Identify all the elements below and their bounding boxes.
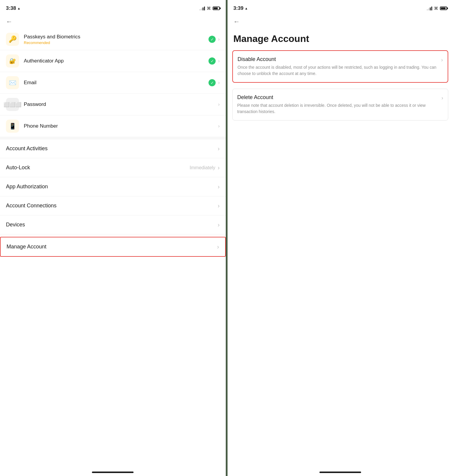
battery-fill-left: [214, 7, 218, 9]
page-title-right: Manage Account: [228, 29, 453, 50]
location-icon-left: ▲: [17, 7, 21, 10]
authenticator-item[interactable]: 🔐 Authenticator App ✓ ›: [0, 50, 226, 72]
location-icon-right: ▲: [245, 7, 248, 10]
passkeys-subtitle: Recommended: [24, 40, 209, 45]
status-icons-right: ⌘: [427, 6, 447, 11]
rsignal-bar-1: [427, 9, 428, 10]
phone-item[interactable]: 📱 Phone Number ›: [0, 115, 226, 137]
menu-section: Account Activities › Auto-Lock Immediate…: [0, 139, 226, 259]
signal-bars-left: [200, 6, 205, 10]
battery-right: [440, 7, 447, 10]
passkeys-right: ✓ ›: [209, 36, 220, 43]
devices-label: Devices: [6, 222, 218, 228]
auto-lock-value: Immediately: [190, 165, 215, 170]
authenticator-icon: 🔐: [6, 54, 19, 68]
password-icon: ⬜⬜⬜: [6, 98, 19, 111]
email-check: ✓: [209, 79, 216, 86]
auto-lock-chevron: ›: [218, 164, 220, 171]
manage-account-chevron: ›: [217, 243, 219, 250]
back-arrow-right: ←: [233, 18, 240, 25]
disable-account-item[interactable]: Disable Account Once the account is disa…: [232, 50, 449, 83]
authenticator-check: ✓: [209, 57, 216, 65]
status-time-left: 3:38 ▲: [6, 5, 21, 11]
signal-bar-4: [204, 7, 205, 10]
account-connections-chevron: ›: [218, 202, 220, 209]
rsignal-bar-3: [430, 7, 431, 10]
status-bar-left: 3:38 ▲ ⌘: [0, 0, 226, 15]
auto-lock-item[interactable]: Auto-Lock Immediately ›: [0, 158, 226, 177]
email-icon: ✉️: [6, 76, 19, 89]
signal-bar-2: [201, 8, 202, 10]
password-chevron: ›: [218, 102, 220, 107]
devices-chevron: ›: [218, 221, 220, 228]
phone-icon: 📱: [6, 120, 19, 133]
delete-account-desc: Please note that account deletion is irr…: [237, 102, 439, 115]
devices-item[interactable]: Devices ›: [0, 215, 226, 234]
email-item[interactable]: ✉️ Email ✓ ›: [0, 72, 226, 94]
password-item[interactable]: ⬜⬜⬜ Password ›: [0, 94, 226, 115]
app-authorization-item[interactable]: App Authorization ›: [0, 177, 226, 196]
email-chevron: ›: [218, 80, 220, 85]
password-content: Password: [24, 101, 218, 107]
phone-right: ›: [218, 123, 220, 129]
account-activities-item[interactable]: Account Activities ›: [0, 139, 226, 158]
authenticator-content: Authenticator App: [24, 58, 209, 64]
status-time-right: 3:39 ▲: [233, 5, 248, 11]
rsignal-bar-2: [428, 8, 429, 10]
passkeys-title: Passkeys and Biometrics: [24, 34, 209, 40]
home-indicator-left: [0, 467, 226, 476]
authenticator-title: Authenticator App: [24, 58, 209, 64]
battery-left: [213, 7, 220, 10]
security-settings-section: 🔑 Passkeys and Biometrics Recommended ✓ …: [0, 29, 226, 137]
manage-account-label: Manage Account: [7, 244, 217, 250]
email-title: Email: [24, 80, 209, 86]
phone-title: Phone Number: [24, 123, 218, 129]
delete-account-title: Delete Account: [237, 94, 439, 101]
account-connections-item[interactable]: Account Connections ›: [0, 196, 226, 215]
rsignal-bar-4: [431, 7, 432, 10]
app-authorization-chevron: ›: [218, 183, 220, 190]
delete-account-content: Delete Account Please note that account …: [237, 94, 439, 115]
account-activities-chevron: ›: [218, 145, 220, 152]
home-bar-right: [319, 472, 361, 473]
home-bar-left: [92, 472, 134, 473]
right-screen: 3:39 ▲ ⌘ ← Manage Account: [228, 0, 453, 476]
delete-account-chevron: ›: [441, 95, 443, 101]
account-activities-label: Account Activities: [6, 145, 218, 152]
delete-account-item[interactable]: Delete Account Please note that account …: [232, 89, 449, 120]
passkeys-chevron: ›: [218, 37, 220, 42]
passkeys-content: Passkeys and Biometrics Recommended: [24, 34, 209, 45]
phone-content: Phone Number: [24, 123, 218, 129]
password-right: ›: [218, 102, 220, 107]
section-divider: [0, 137, 226, 139]
back-button-right[interactable]: ←: [228, 15, 453, 29]
passkeys-icon: 🔑: [6, 33, 19, 46]
back-button-left[interactable]: ←: [0, 15, 226, 29]
passkeys-item[interactable]: 🔑 Passkeys and Biometrics Recommended ✓ …: [0, 29, 226, 50]
status-icons-left: ⌘: [200, 6, 220, 11]
authenticator-chevron: ›: [218, 58, 220, 64]
back-arrow-left: ←: [6, 18, 12, 25]
manage-account-item[interactable]: Manage Account ›: [0, 237, 226, 257]
wifi-icon-left: ⌘: [207, 6, 211, 11]
battery-fill-right: [441, 7, 446, 9]
left-screen: 3:38 ▲ ⌘ ← 🔑 Passkeys an: [0, 0, 228, 476]
manage-section: Disable Account Once the account is disa…: [232, 50, 449, 126]
status-bar-right: 3:39 ▲ ⌘: [228, 0, 453, 15]
account-connections-label: Account Connections: [6, 203, 218, 209]
wifi-icon-right: ⌘: [434, 6, 438, 11]
signal-bar-3: [203, 7, 203, 10]
password-title: Password: [24, 101, 218, 107]
home-indicator-right: [228, 467, 453, 476]
disable-account-content: Disable Account Once the account is disa…: [238, 56, 438, 77]
phone-chevron: ›: [218, 123, 220, 129]
authenticator-right: ✓ ›: [209, 57, 220, 65]
app-authorization-label: App Authorization: [6, 184, 218, 190]
email-content: Email: [24, 80, 209, 86]
email-right: ✓ ›: [209, 79, 220, 86]
signal-bars-right: [427, 6, 432, 10]
disable-account-chevron: ›: [441, 57, 443, 63]
disable-account-title: Disable Account: [238, 56, 438, 62]
signal-bar-1: [200, 9, 200, 10]
passkeys-check: ✓: [209, 36, 216, 43]
